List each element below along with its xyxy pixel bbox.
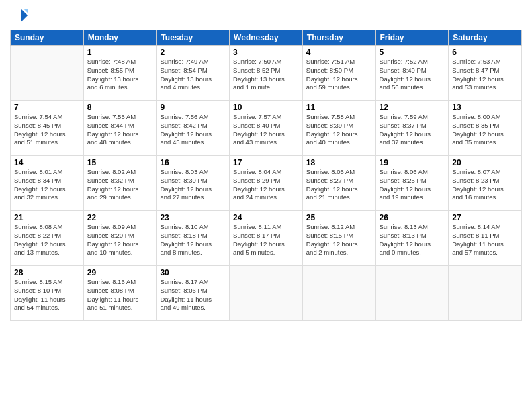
- weekday-header-friday: Friday: [375, 30, 449, 46]
- calendar-cell: 16Sunrise: 8:03 AMSunset: 8:30 PMDayligh…: [157, 156, 230, 211]
- day-info: Sunrise: 7:49 AMSunset: 8:54 PMDaylight:…: [160, 58, 226, 92]
- day-number: 19: [380, 158, 445, 167]
- day-number: 20: [452, 158, 518, 167]
- day-number: 7: [14, 103, 80, 112]
- logo: [10, 7, 32, 26]
- day-info: Sunrise: 7:50 AMSunset: 8:52 PMDaylight:…: [233, 58, 299, 92]
- day-info: Sunrise: 8:01 AMSunset: 8:34 PMDaylight:…: [14, 168, 80, 202]
- day-number: 28: [14, 268, 80, 277]
- day-number: 26: [380, 213, 445, 222]
- logo-icon: [10, 7, 29, 26]
- calendar-cell: 25Sunrise: 8:12 AMSunset: 8:15 PMDayligh…: [302, 211, 375, 266]
- day-info: Sunrise: 7:54 AMSunset: 8:45 PMDaylight:…: [14, 113, 80, 147]
- day-number: 22: [87, 213, 153, 222]
- day-number: 3: [233, 48, 299, 57]
- calendar-cell: 10Sunrise: 7:57 AMSunset: 8:40 PMDayligh…: [230, 101, 303, 156]
- day-info: Sunrise: 8:00 AMSunset: 8:35 PMDaylight:…: [452, 113, 518, 147]
- calendar-cell: 17Sunrise: 8:04 AMSunset: 8:29 PMDayligh…: [230, 156, 303, 211]
- day-info: Sunrise: 8:11 AMSunset: 8:17 PMDaylight:…: [233, 223, 299, 257]
- calendar-cell: 19Sunrise: 8:06 AMSunset: 8:25 PMDayligh…: [375, 156, 449, 211]
- day-info: Sunrise: 8:10 AMSunset: 8:18 PMDaylight:…: [160, 223, 226, 257]
- day-info: Sunrise: 8:09 AMSunset: 8:20 PMDaylight:…: [87, 223, 153, 257]
- calendar-cell: 13Sunrise: 8:00 AMSunset: 8:35 PMDayligh…: [449, 101, 522, 156]
- calendar-cell: [375, 266, 449, 321]
- day-number: 5: [380, 48, 445, 57]
- calendar-cell: 21Sunrise: 8:08 AMSunset: 8:22 PMDayligh…: [11, 211, 84, 266]
- weekday-header-wednesday: Wednesday: [230, 30, 303, 46]
- day-number: 6: [452, 48, 518, 57]
- day-info: Sunrise: 7:55 AMSunset: 8:44 PMDaylight:…: [87, 113, 153, 147]
- day-info: Sunrise: 8:05 AMSunset: 8:27 PMDaylight:…: [306, 168, 372, 202]
- weekday-header-monday: Monday: [83, 30, 157, 46]
- calendar-week-row: 1Sunrise: 7:48 AMSunset: 8:55 PMDaylight…: [11, 46, 522, 101]
- day-info: Sunrise: 8:15 AMSunset: 8:10 PMDaylight:…: [14, 278, 80, 312]
- day-number: 17: [233, 158, 299, 167]
- page: SundayMondayTuesdayWednesdayThursdayFrid…: [0, 0, 532, 411]
- day-number: 12: [380, 103, 445, 112]
- day-info: Sunrise: 7:51 AMSunset: 8:50 PMDaylight:…: [306, 58, 372, 92]
- calendar-cell: 7Sunrise: 7:54 AMSunset: 8:45 PMDaylight…: [11, 101, 84, 156]
- day-info: Sunrise: 7:48 AMSunset: 8:55 PMDaylight:…: [87, 58, 153, 92]
- calendar-week-row: 28Sunrise: 8:15 AMSunset: 8:10 PMDayligh…: [11, 266, 522, 321]
- day-info: Sunrise: 8:14 AMSunset: 8:11 PMDaylight:…: [452, 223, 518, 257]
- day-number: 24: [233, 213, 299, 222]
- day-info: Sunrise: 7:52 AMSunset: 8:49 PMDaylight:…: [380, 58, 445, 92]
- calendar-cell: 3Sunrise: 7:50 AMSunset: 8:52 PMDaylight…: [230, 46, 303, 101]
- day-number: 21: [14, 213, 80, 222]
- weekday-header-thursday: Thursday: [302, 30, 375, 46]
- day-info: Sunrise: 8:07 AMSunset: 8:23 PMDaylight:…: [452, 168, 518, 202]
- day-info: Sunrise: 8:02 AMSunset: 8:32 PMDaylight:…: [87, 168, 153, 202]
- calendar-cell: [230, 266, 303, 321]
- day-number: 14: [14, 158, 80, 167]
- day-info: Sunrise: 8:03 AMSunset: 8:30 PMDaylight:…: [160, 168, 226, 202]
- calendar-cell: 22Sunrise: 8:09 AMSunset: 8:20 PMDayligh…: [83, 211, 157, 266]
- calendar-cell: 20Sunrise: 8:07 AMSunset: 8:23 PMDayligh…: [449, 156, 522, 211]
- calendar-cell: 18Sunrise: 8:05 AMSunset: 8:27 PMDayligh…: [302, 156, 375, 211]
- calendar-cell: 15Sunrise: 8:02 AMSunset: 8:32 PMDayligh…: [83, 156, 157, 211]
- day-number: 11: [306, 103, 372, 112]
- header: [10, 7, 522, 26]
- calendar-header-row: SundayMondayTuesdayWednesdayThursdayFrid…: [11, 30, 522, 46]
- day-info: Sunrise: 7:53 AMSunset: 8:47 PMDaylight:…: [452, 58, 518, 92]
- weekday-header-tuesday: Tuesday: [157, 30, 230, 46]
- calendar-cell: 23Sunrise: 8:10 AMSunset: 8:18 PMDayligh…: [157, 211, 230, 266]
- day-number: 18: [306, 158, 372, 167]
- day-info: Sunrise: 8:08 AMSunset: 8:22 PMDaylight:…: [14, 223, 80, 257]
- day-info: Sunrise: 8:17 AMSunset: 8:06 PMDaylight:…: [160, 278, 226, 312]
- calendar-cell: 8Sunrise: 7:55 AMSunset: 8:44 PMDaylight…: [83, 101, 157, 156]
- calendar-cell: 9Sunrise: 7:56 AMSunset: 8:42 PMDaylight…: [157, 101, 230, 156]
- day-info: Sunrise: 7:57 AMSunset: 8:40 PMDaylight:…: [233, 113, 299, 147]
- day-info: Sunrise: 8:12 AMSunset: 8:15 PMDaylight:…: [306, 223, 372, 257]
- day-number: 15: [87, 158, 153, 167]
- calendar-week-row: 21Sunrise: 8:08 AMSunset: 8:22 PMDayligh…: [11, 211, 522, 266]
- day-number: 25: [306, 213, 372, 222]
- weekday-header-sunday: Sunday: [11, 30, 84, 46]
- day-number: 27: [452, 213, 518, 222]
- day-number: 2: [160, 48, 226, 57]
- day-number: 30: [160, 268, 226, 277]
- day-info: Sunrise: 8:13 AMSunset: 8:13 PMDaylight:…: [380, 223, 445, 257]
- calendar-cell: 2Sunrise: 7:49 AMSunset: 8:54 PMDaylight…: [157, 46, 230, 101]
- calendar-week-row: 7Sunrise: 7:54 AMSunset: 8:45 PMDaylight…: [11, 101, 522, 156]
- weekday-header-saturday: Saturday: [449, 30, 522, 46]
- calendar-cell: 6Sunrise: 7:53 AMSunset: 8:47 PMDaylight…: [449, 46, 522, 101]
- day-number: 10: [233, 103, 299, 112]
- calendar-cell: [302, 266, 375, 321]
- calendar-cell: [11, 46, 84, 101]
- day-info: Sunrise: 7:58 AMSunset: 8:39 PMDaylight:…: [306, 113, 372, 147]
- day-number: 16: [160, 158, 226, 167]
- calendar-cell: 11Sunrise: 7:58 AMSunset: 8:39 PMDayligh…: [302, 101, 375, 156]
- calendar-cell: [449, 266, 522, 321]
- day-number: 1: [87, 48, 153, 57]
- day-number: 13: [452, 103, 518, 112]
- calendar-cell: 14Sunrise: 8:01 AMSunset: 8:34 PMDayligh…: [11, 156, 84, 211]
- day-info: Sunrise: 7:56 AMSunset: 8:42 PMDaylight:…: [160, 113, 226, 147]
- day-number: 23: [160, 213, 226, 222]
- day-number: 4: [306, 48, 372, 57]
- calendar-cell: 30Sunrise: 8:17 AMSunset: 8:06 PMDayligh…: [157, 266, 230, 321]
- calendar: SundayMondayTuesdayWednesdayThursdayFrid…: [10, 30, 522, 321]
- calendar-cell: 5Sunrise: 7:52 AMSunset: 8:49 PMDaylight…: [375, 46, 449, 101]
- day-info: Sunrise: 8:06 AMSunset: 8:25 PMDaylight:…: [380, 168, 445, 202]
- day-info: Sunrise: 8:16 AMSunset: 8:08 PMDaylight:…: [87, 278, 153, 312]
- day-info: Sunrise: 8:04 AMSunset: 8:29 PMDaylight:…: [233, 168, 299, 202]
